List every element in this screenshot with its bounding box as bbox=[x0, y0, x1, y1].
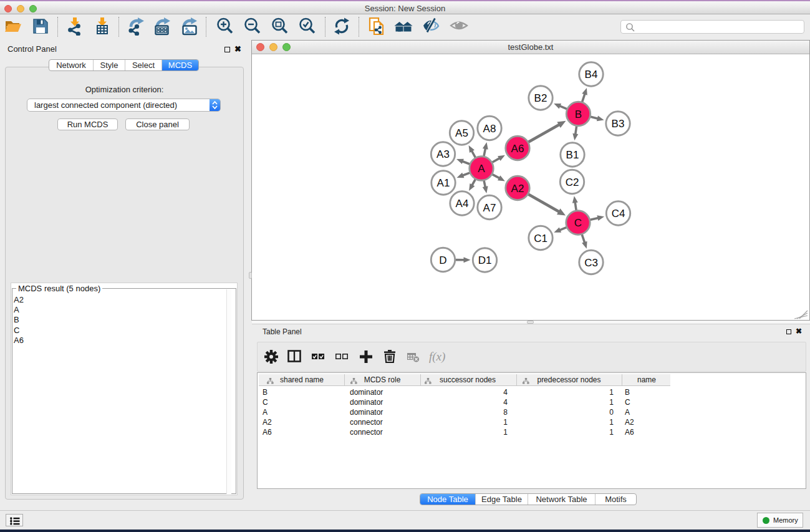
svg-text:D: D bbox=[439, 254, 446, 266]
svg-text:D1: D1 bbox=[478, 254, 492, 266]
svg-text:C3: C3 bbox=[584, 257, 598, 269]
svg-text:A8: A8 bbox=[483, 123, 496, 135]
svg-text:A6: A6 bbox=[511, 143, 524, 155]
svg-text:A7: A7 bbox=[483, 202, 496, 214]
svg-text:A: A bbox=[478, 163, 485, 175]
svg-text:A4: A4 bbox=[456, 198, 469, 210]
svg-text:C: C bbox=[574, 217, 582, 229]
svg-text:B: B bbox=[575, 109, 582, 120]
svg-text:B2: B2 bbox=[534, 92, 547, 104]
svg-text:C1: C1 bbox=[534, 233, 547, 244]
svg-text:B4: B4 bbox=[585, 69, 598, 80]
svg-text:B1: B1 bbox=[566, 149, 579, 161]
svg-text:A5: A5 bbox=[455, 127, 468, 139]
svg-text:A3: A3 bbox=[436, 148, 450, 160]
svg-text:B3: B3 bbox=[612, 118, 625, 130]
svg-text:A1: A1 bbox=[437, 177, 450, 189]
svg-text:A2: A2 bbox=[511, 183, 524, 195]
svg-text:C2: C2 bbox=[566, 177, 579, 188]
svg-text:C4: C4 bbox=[612, 208, 625, 220]
